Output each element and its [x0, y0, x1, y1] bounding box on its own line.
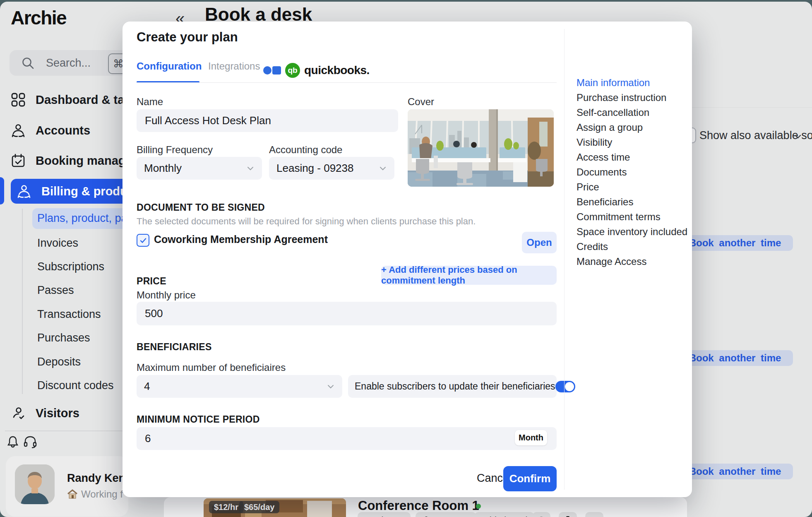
- seats-chip: 12 Seats: [416, 512, 476, 517]
- profile-name: Randy Kent: [67, 472, 129, 485]
- notice-period-field[interactable]: 6: [137, 427, 557, 450]
- avatar: [15, 464, 55, 504]
- name-field[interactable]: Full Access Hot Desk Plan: [137, 109, 398, 132]
- clipboard-amenity-chip: [559, 512, 577, 517]
- sidebar-subitem-discount-codes[interactable]: Discount codes: [37, 376, 114, 394]
- sidebar-subitem-transactions[interactable]: Transactions: [37, 305, 101, 323]
- monthly-price-field[interactable]: 500: [137, 302, 557, 325]
- headset-amenity-chip: [532, 512, 550, 517]
- active-nav-indicator: [0, 177, 4, 204]
- toggle-label: Enable subscribers to update their benef…: [355, 381, 555, 392]
- person-check-icon: [11, 406, 26, 421]
- sidebar-item-label: Booking manager: [36, 154, 137, 168]
- sidebar-subitem-purchases[interactable]: Purchases: [37, 329, 90, 347]
- book-another-time-button[interactable]: Book another time: [677, 350, 793, 366]
- price-per-day-badge: $65/day: [239, 501, 279, 513]
- quickbooks-integration: qb quickbooks.: [263, 63, 370, 78]
- sidebar-item-dashboard[interactable]: Dashboard & task: [11, 88, 135, 112]
- person-sync-icon: [17, 184, 31, 199]
- modal-nav-manage-access[interactable]: Manage Access: [577, 254, 688, 269]
- modal-nav-price[interactable]: Price: [577, 180, 688, 195]
- open-document-button[interactable]: Open: [522, 232, 557, 253]
- modal-nav-main-information[interactable]: Main information: [577, 75, 688, 90]
- billing-frequency-select[interactable]: Monthly: [137, 157, 262, 180]
- document-name: Coworking Membership Agreement: [154, 233, 328, 245]
- person-sync-icon: [11, 123, 26, 138]
- sidebar-item-label: Visitors: [36, 406, 79, 420]
- search-placeholder: Search...: [46, 57, 91, 70]
- search-icon: [21, 56, 35, 70]
- tab-integrations[interactable]: Integrations: [208, 60, 260, 72]
- cover-label: Cover: [408, 96, 434, 108]
- modal-nav-credits[interactable]: Credits: [577, 239, 688, 254]
- bell-icon[interactable]: [6, 435, 20, 449]
- accounting-code-select[interactable]: Leasing - 09238: [269, 157, 394, 180]
- sidebar-subitem-deposits[interactable]: Deposits: [37, 353, 81, 371]
- tab-configuration[interactable]: Configuration: [137, 60, 202, 72]
- book-another-time-button[interactable]: Book another time: [677, 235, 793, 251]
- screen: Archie Search... ⌘ Dashboard & task Acco…: [0, 0, 812, 517]
- headset-icon[interactable]: [23, 435, 37, 449]
- page-header-divider: [692, 107, 812, 108]
- sidebar-item-booking-manager[interactable]: Booking manager: [11, 149, 135, 173]
- quickbooks-wordmark: quickbooks.: [304, 64, 370, 77]
- modal-nav-beneficiaries[interactable]: Beneficiaries: [577, 195, 688, 209]
- document-checkbox[interactable]: [137, 234, 149, 247]
- floor-chip: Floor 2: [358, 512, 411, 517]
- monthly-price-label: Monthly price: [137, 289, 196, 301]
- chevron-down-icon: [246, 164, 255, 173]
- modal-nav-purchase-instruction[interactable]: Purchase instruction: [577, 90, 688, 105]
- grid-icon: [11, 92, 26, 107]
- whiteboard-chip: Whiteboard: [474, 512, 534, 517]
- modal-nav-self-cancellation[interactable]: Self-cancellation: [577, 105, 688, 120]
- confirm-button[interactable]: Confirm: [503, 466, 557, 491]
- sidebar-subitem-passes[interactable]: Passes: [37, 281, 74, 299]
- modal-title: Create your plan: [137, 30, 238, 45]
- chevron-down-icon: [379, 164, 387, 173]
- notice-section-heading: MINIMUM NOTICE PERIOD: [137, 414, 260, 425]
- profile-status: Working f: [67, 488, 123, 500]
- sidebar-item-accounts[interactable]: Accounts: [11, 118, 135, 142]
- modal-nav-divider: [564, 29, 565, 490]
- subnav-guide: [22, 209, 23, 394]
- room-title: Conference Room 1: [358, 498, 479, 513]
- notice-unit-selector[interactable]: Month: [515, 430, 547, 445]
- documents-section-description: The selected documents will be required …: [137, 216, 476, 227]
- app-window: Archie Search... ⌘ Dashboard & task Acco…: [0, 2, 812, 517]
- modal-section-nav: Main information Purchase instruction Se…: [577, 75, 688, 269]
- modal-nav-access-time[interactable]: Access time: [577, 150, 688, 165]
- toggle-knob: [565, 382, 574, 391]
- modal-nav-commitment-terms[interactable]: Commitment terms: [577, 209, 688, 224]
- documents-section-heading: DOCUMENT TO BE SIGNED: [137, 202, 265, 213]
- sidebar-subitem-subscriptions[interactable]: Subscriptions: [37, 257, 104, 276]
- sidebar-divider: [5, 430, 128, 431]
- house-icon: [67, 489, 78, 500]
- add-commitment-prices-button[interactable]: + Add different prices based on commitme…: [381, 266, 557, 285]
- name-label: Name: [137, 96, 163, 108]
- beneficiaries-toggle-row: Enable subscribers to update their benef…: [348, 375, 557, 398]
- billing-frequency-label: Billing Frequency: [137, 144, 213, 156]
- toggle-glyph-icon: [263, 66, 281, 75]
- quickbooks-logo-icon: qb: [285, 63, 300, 78]
- modal-nav-documents[interactable]: Documents: [577, 165, 688, 180]
- tabs-divider: [137, 82, 557, 83]
- chevron-down-icon: [327, 382, 335, 391]
- cover-image[interactable]: [408, 109, 554, 187]
- modal-nav-assign-a-group[interactable]: Assign a group: [577, 120, 688, 135]
- accounting-code-label: Accounting code: [269, 144, 342, 156]
- price-per-hour-badge: $12/hr: [209, 501, 243, 513]
- app-logo: Archie: [11, 7, 66, 29]
- max-beneficiaries-select[interactable]: 4: [137, 375, 342, 398]
- sidebar-item-label: Accounts: [36, 124, 90, 137]
- calendar-check-icon: [11, 153, 26, 168]
- price-section-heading: PRICE: [137, 276, 166, 287]
- modal-nav-space-inventory[interactable]: Space inventory included: [577, 224, 688, 239]
- availability-dot: [476, 504, 481, 509]
- check-icon: [139, 237, 147, 244]
- modal-nav-visibility[interactable]: Visibility: [577, 135, 688, 150]
- beneficiaries-toggle[interactable]: [555, 381, 575, 392]
- chevron-down-icon[interactable]: [794, 132, 802, 141]
- book-another-time-button[interactable]: Book another time: [677, 464, 793, 479]
- sidebar-item-visitors[interactable]: Visitors: [11, 401, 135, 425]
- sidebar-subitem-invoices[interactable]: Invoices: [37, 234, 78, 252]
